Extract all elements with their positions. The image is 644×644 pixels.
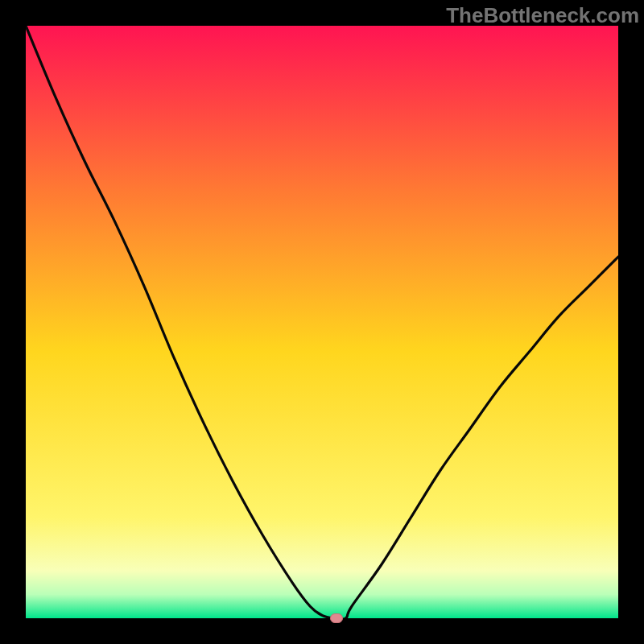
chart-frame: TheBottleneck.com	[0, 0, 644, 644]
plot-area	[26, 26, 618, 618]
watermark-text: TheBottleneck.com	[446, 3, 639, 28]
optimal-point-marker	[330, 613, 343, 623]
bottleneck-curve	[26, 26, 618, 618]
